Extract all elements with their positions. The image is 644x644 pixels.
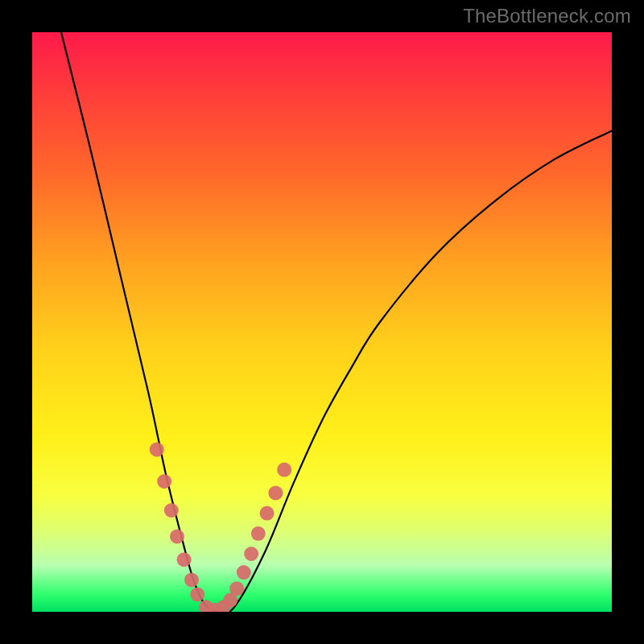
plot-area [32,32,612,612]
highlight-marker [184,572,199,587]
bottleneck-curve [61,32,612,612]
chart-frame: TheBottleneck.com [0,0,644,644]
highlight-marker [268,485,283,500]
highlight-marker [177,552,192,567]
highlight-marker [164,503,179,518]
highlight-marker [170,529,184,543]
highlight-marker [260,506,275,521]
highlight-marker [190,587,204,601]
highlight-marker [150,442,164,456]
highlight-marker [277,463,291,477]
highlight-marker [244,547,258,561]
highlight-markers [150,442,291,612]
highlight-marker [229,581,244,596]
highlight-marker [157,474,171,489]
curve-svg [32,32,612,612]
highlight-marker [251,526,266,541]
watermark-text: TheBottleneck.com [463,5,631,27]
highlight-marker [237,565,251,580]
